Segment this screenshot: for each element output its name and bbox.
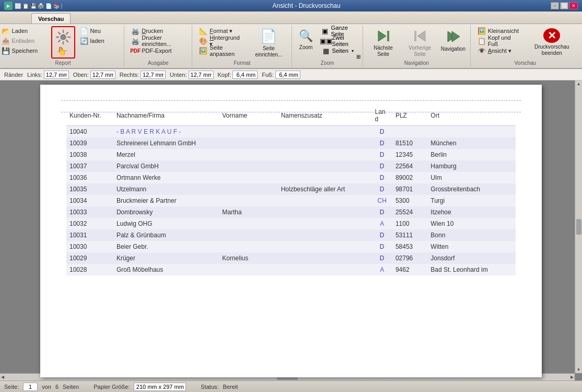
papier-groesse-input[interactable] [134, 383, 186, 391]
druckvorschau-beenden-button[interactable]: ✕ Druckvorschau beenden [527, 26, 577, 59]
table-cell: D [372, 183, 392, 195]
table-cell: München [427, 137, 516, 149]
table-cell: 98701 [392, 183, 427, 195]
table-cell: Holzbeschläge aller Art [278, 183, 372, 195]
table-cell: Ortmann Werke [113, 172, 219, 183]
seite-anpassen-button[interactable]: 🖼️ Seite anpassen [195, 46, 248, 55]
laden-icon: 📂 [2, 27, 10, 35]
table-cell [278, 206, 372, 218]
zwei-seiten-button[interactable]: ▣▣ Zwei Seiten [319, 36, 361, 45]
table-cell: D [372, 229, 392, 241]
zoom-button[interactable]: 🔍 Zoom [294, 26, 318, 59]
margin-line-top2 [61, 112, 521, 112]
table-cell: Berlin [427, 149, 516, 160]
seiten-label: Seiten [332, 48, 348, 54]
drucken-big-label: D... [59, 47, 67, 53]
drucker-einrichten-button[interactable]: 🖨️ Drucker einrichten... [127, 36, 189, 45]
pdf-export-button[interactable]: PDF PDF-Export [127, 46, 189, 55]
neu-button[interactable]: 📄 Neu [76, 26, 129, 36]
zoom-expand-icon[interactable]: ⊞ [356, 54, 360, 60]
tab-vorschau[interactable]: Vorschau [31, 13, 71, 24]
table-cell: Martha [219, 206, 277, 218]
seite-einrichten-button[interactable]: 📄 Seite einrichten... [249, 26, 288, 59]
th-kunden-nr: Kunden-Nr. [66, 106, 113, 126]
entladen-button[interactable]: 📤 Entladen [0, 36, 50, 45]
kopf-fuss-icon: 📋 [478, 37, 486, 45]
entladen-label: Entladen [12, 38, 34, 44]
fuss-input[interactable] [275, 71, 300, 79]
rechts-label: Rechts: [120, 72, 139, 78]
table-cell: 02796 [392, 252, 427, 264]
navigation-button[interactable]: Navigation [439, 26, 467, 59]
neu-label: Neu [90, 28, 101, 34]
window-title: Ansicht - Druckvorschau [62, 2, 551, 9]
drucker-einrichten-label: Drucker einrichten... [142, 34, 185, 47]
table-cell: Ludwig OHG [113, 218, 219, 229]
table-cell [278, 218, 372, 229]
ribbon-group-vorschau: 🖼️ Kleinansicht 📋 Kopf und Fuß 👁️ Ansich… [471, 25, 580, 67]
table-cell: Ulm [427, 172, 516, 183]
table-cell: 10031 [66, 229, 113, 241]
vorherige-seite-label: Vorherige Seite [404, 45, 435, 57]
table-cell: 10030 [66, 241, 113, 252]
zoom-icon: 🔍 [298, 28, 315, 44]
scroll-right-icon[interactable]: ▶ [571, 375, 574, 379]
table-cell: 89002 [392, 172, 427, 183]
laden-button[interactable]: 📂 Laden [0, 26, 50, 36]
zwei-seiten-label: Zwei Seiten [332, 34, 358, 47]
table-cell: - B A R V E R K A U F - [113, 126, 219, 138]
th-namenszusatz: Namenszusatz [278, 106, 372, 126]
table-cell: Wien 10 [427, 218, 516, 229]
table-cell: Itzehoe [427, 206, 516, 218]
scroll-thumb-v[interactable] [576, 219, 581, 235]
scroll-left-icon[interactable]: ◀ [1, 375, 4, 379]
seite-input[interactable] [23, 383, 38, 391]
scroll-down-icon[interactable]: ▼ [577, 367, 581, 372]
zwei-seiten-icon: ▣▣ [322, 37, 330, 45]
close-button[interactable]: ✕ [569, 2, 578, 9]
table-cell [219, 172, 277, 183]
scroll-up-icon[interactable]: ▲ [577, 82, 581, 86]
title-bar: ▶ ⬜ 📋 💾 🖨️ 📄 📚 | Ansicht - Druckvorschau… [0, 0, 582, 11]
table-cell: A [372, 264, 392, 275]
unten-input[interactable] [189, 71, 214, 79]
scrollbar-vertical[interactable]: ▲ ▼ [575, 80, 582, 373]
kopf-field: Kopf: [218, 71, 258, 79]
zoom-items: 🔍 Zoom ▣ Ganze Seite ▣▣ Zwei Seiten ▦ Se… [294, 26, 361, 63]
status-value: Bereit [223, 384, 238, 390]
format-icon: 📐 [199, 27, 207, 35]
kopf-fuss-button[interactable]: 📋 Kopf und Fuß [474, 36, 526, 45]
th-ort: Ort [427, 106, 516, 126]
seiten-button[interactable]: ▦ Seiten ▾ [319, 46, 361, 55]
table-cell: 12345 [392, 149, 427, 160]
kopf-input[interactable] [232, 71, 258, 79]
seite-anpassen-icon: 🖼️ [199, 47, 207, 55]
rechts-input[interactable] [141, 71, 166, 79]
table-cell [219, 137, 277, 149]
table-cell: 58453 [392, 241, 427, 252]
table-cell: D [372, 137, 392, 149]
table-cell [278, 252, 372, 264]
table-cell [219, 183, 277, 195]
minimize-button[interactable]: – [551, 2, 559, 9]
app-icon: ▶ [4, 2, 13, 10]
vorherige-seite-button[interactable]: Vorherige Seite [401, 26, 438, 59]
links-input[interactable] [44, 71, 69, 79]
ansicht-button[interactable]: 👁️ Ansicht ▾ [474, 46, 526, 55]
oben-input[interactable] [90, 71, 115, 79]
table-cell: 5300 [392, 195, 427, 206]
neu-laden-button[interactable]: 🔄 laden [76, 36, 129, 45]
restore-button[interactable]: ⬜ [560, 2, 568, 9]
navigation-group-label: Navigation [363, 60, 470, 66]
table-cell [219, 241, 277, 252]
table-cell: D [372, 126, 392, 138]
speichern-button[interactable]: 💾 Speichern [0, 46, 50, 55]
table-cell [219, 149, 277, 160]
drucken-big-button[interactable]: D... [51, 26, 75, 59]
naechste-seite-button[interactable]: Nächste Seite [366, 26, 400, 59]
table-cell: Groß Möbelhaus [113, 264, 219, 275]
table-cell [392, 126, 427, 138]
table-cell [219, 195, 277, 206]
table-cell: Jonsdorf [427, 252, 516, 264]
table-cell: 10028 [66, 264, 113, 275]
